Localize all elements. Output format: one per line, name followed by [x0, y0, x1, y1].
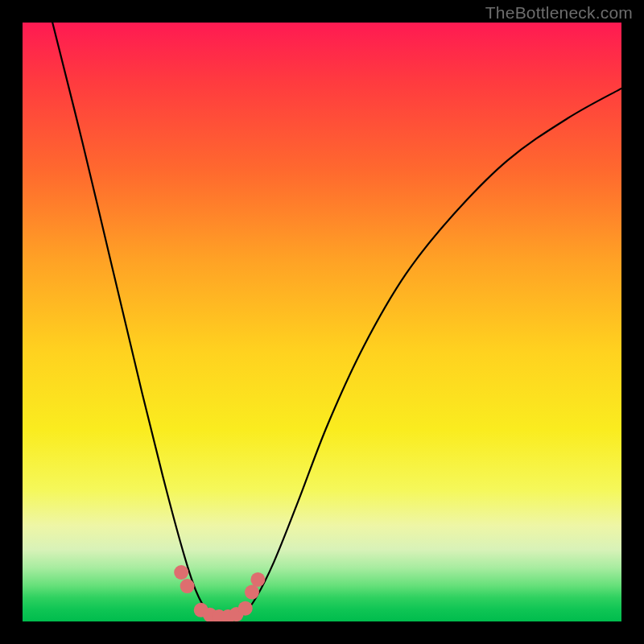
- sweet-spot-marker: [245, 585, 259, 600]
- chart-frame: TheBottleneck.com: [0, 0, 644, 644]
- sweet-spot-marker: [250, 572, 265, 587]
- plot-area: [23, 23, 621, 621]
- sweet-spot-markers: [174, 565, 265, 621]
- sweet-spot-marker: [174, 565, 188, 580]
- watermark-text: TheBottleneck.com: [485, 3, 633, 23]
- bottleneck-curve: [52, 23, 621, 619]
- sweet-spot-marker: [238, 601, 253, 616]
- sweet-spot-marker: [180, 579, 195, 593]
- chart-svg: [23, 23, 621, 621]
